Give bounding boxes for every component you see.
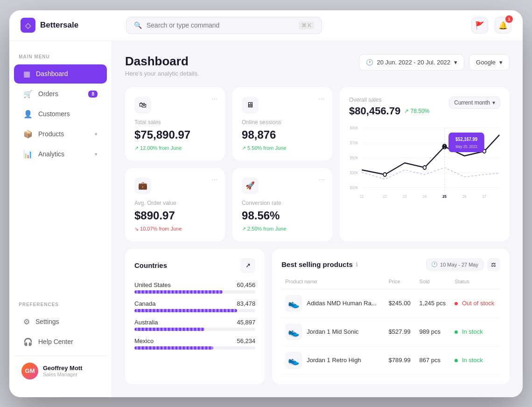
sidebar-item-settings[interactable]: ⚙ Settings: [14, 312, 107, 331]
country-name-row: United States 60,456: [134, 281, 255, 288]
main-layout: MAIN MENU ▦ Dashboard 🛒 Orders 8 👤 Custo…: [9, 41, 523, 397]
user-area[interactable]: GM Geoffrey Mott Sales Manager: [14, 356, 107, 386]
brand-name: Bettersale: [40, 21, 78, 30]
orders-icon: 🛒: [23, 90, 33, 98]
table-row: 👟 Jordan 1 Mid Sonic $527.99 989 pcs: [281, 317, 500, 346]
card-value: 98.56%: [242, 209, 323, 222]
calendar-icon: 🕐: [431, 261, 438, 267]
total-sales-icon: 🛍: [134, 97, 151, 113]
product-name-cell: 👟 Jordan 1 Retro High: [285, 352, 381, 369]
flag-button[interactable]: 🚩: [471, 17, 488, 34]
svg-text:$70K: $70K: [350, 140, 358, 145]
product-thumbnail: 👟: [285, 295, 302, 312]
svg-text:$90K: $90K: [350, 125, 358, 130]
dashboard-title-area: Dashboard Here's your analytic details.: [125, 54, 199, 77]
sidebar-item-label: Customers: [38, 110, 70, 118]
country-name: United States: [134, 281, 171, 288]
country-name-row: Canada 83,478: [134, 300, 255, 307]
country-bar-fill: [134, 328, 204, 331]
export-button[interactable]: ↗: [240, 258, 255, 273]
product-price: $789.99: [385, 346, 416, 374]
country-bar-bg: [134, 309, 255, 312]
online-sessions-icon: 🖥: [242, 97, 259, 113]
col-sold: Sold: [416, 279, 451, 289]
settings-icon: ⚙: [23, 317, 30, 326]
country-value: 83,478: [237, 300, 255, 307]
sidebar-item-products[interactable]: 📦 Products ▾: [14, 125, 107, 144]
logo-area: Bettersale: [21, 18, 119, 33]
svg-text:23: 23: [403, 194, 407, 199]
pref-label: PREFERENCES: [9, 302, 112, 307]
sidebar-item-label: Settings: [35, 318, 59, 325]
sidebar-item-label: Dashboard: [36, 70, 68, 77]
main-menu-label: MAIN MENU: [9, 54, 112, 59]
products-table: Product name Price Sold Status 👟: [281, 279, 500, 375]
header-controls: 🕐 20 Jun. 2022 - 20 Jul. 2022 ▾ Google ▾: [359, 54, 510, 70]
svg-text:May 25, 2022: May 25, 2022: [455, 144, 477, 149]
products-controls: 🕐 10 May - 27 May ⚖: [426, 258, 500, 271]
country-bar-fill: [134, 346, 213, 350]
small-cards-col-2: ··· 🖥 Online sessions 98,876 ↗ 5.50% fro…: [232, 87, 332, 241]
card-menu-icon[interactable]: ···: [319, 95, 325, 103]
svg-text:$52,167.99: $52,167.99: [455, 136, 477, 142]
content-area: Dashboard Here's your analytic details. …: [112, 41, 523, 397]
product-name: Jordan 1 Retro High: [307, 357, 361, 364]
search-bar[interactable]: 🔍 ⌘ K: [126, 17, 322, 34]
sidebar: MAIN MENU ▦ Dashboard 🛒 Orders 8 👤 Custo…: [9, 41, 112, 397]
sidebar-item-help[interactable]: 🎧 Help Center: [14, 332, 107, 351]
card-label: Total sales: [134, 119, 216, 126]
filter-button[interactable]: ⚖: [487, 258, 500, 271]
stats-grid: ··· 🛍 Total sales $75,890.97 ↗ 12.00% fr…: [125, 87, 510, 241]
product-sold: 1,245 pcs: [416, 289, 451, 317]
card-trend: ↗ 2.50% from June: [242, 226, 323, 232]
products-date-label: 10 May - 27 May: [440, 262, 478, 267]
svg-point-10: [383, 173, 386, 176]
product-name-cell: 👟 Adidas NMD Human Ra...: [285, 295, 381, 312]
search-shortcut: ⌘ K: [299, 21, 314, 29]
dashboard-icon: ▦: [23, 70, 30, 78]
sidebar-item-dashboard[interactable]: ▦ Dashboard: [14, 64, 107, 84]
sidebar-item-analytics[interactable]: 📊 Analytics ▾: [14, 145, 107, 164]
top-right-icons: 🚩 🔔 1: [471, 17, 511, 34]
search-input[interactable]: [147, 21, 294, 29]
country-name-row: Mexico 56,234: [134, 337, 255, 344]
country-name: Australia: [134, 319, 158, 326]
bottom-grid: Countries ↗ United States 60,456: [125, 249, 510, 384]
sidebar-item-label: Analytics: [38, 150, 64, 158]
card-menu-icon[interactable]: ···: [211, 95, 217, 103]
product-name: Adidas NMD Human Ra...: [307, 300, 377, 307]
user-info: Geoffrey Mott Sales Manager: [43, 365, 83, 377]
sales-chart: $90K $70K $50K $30K $10K: [349, 121, 500, 200]
notifications-button[interactable]: 🔔 1: [495, 17, 511, 34]
sidebar-item-customers[interactable]: 👤 Customers: [14, 105, 107, 124]
products-icon: 📦: [23, 130, 33, 139]
product-price: $245.00: [385, 289, 416, 317]
orders-badge: 8: [88, 91, 98, 98]
product-sold: 989 pcs: [416, 317, 451, 346]
chart-header: Overall sales $80,456.79 ↗ 78.50% Curren…: [349, 97, 500, 117]
svg-text:21: 21: [360, 194, 364, 199]
country-bar-bg: [134, 346, 255, 350]
source-selector[interactable]: Google ▾: [469, 54, 510, 70]
country-name: Mexico: [134, 337, 154, 344]
search-icon: 🔍: [134, 21, 142, 29]
card-label: Online sessions: [242, 119, 323, 126]
svg-text:$10K: $10K: [350, 185, 358, 190]
date-range-picker[interactable]: 🕐 20 Jun. 2022 - 20 Jul. 2022 ▾: [359, 54, 465, 70]
status-badge: Out of stock: [455, 300, 494, 307]
conversion-card: ··· 🚀 Conversion rate 98.56% ↗ 2.50% fro…: [232, 168, 332, 241]
date-range-label: 20 Jun. 2022 - 20 Jul. 2022: [377, 59, 451, 66]
card-menu-icon[interactable]: ···: [211, 175, 217, 184]
country-bar-fill: [134, 290, 223, 294]
status-badge: In stock: [455, 357, 483, 364]
sidebar-item-orders[interactable]: 🛒 Orders 8: [14, 84, 107, 104]
products-date-range[interactable]: 🕐 10 May - 27 May: [426, 259, 483, 270]
country-bar-bg: [134, 328, 255, 331]
page-title: Dashboard: [125, 54, 199, 69]
analytics-icon: 📊: [23, 150, 33, 159]
card-menu-icon[interactable]: ···: [319, 175, 325, 184]
chart-label: Overall sales: [349, 97, 429, 103]
chart-period-button[interactable]: Current month ▾: [449, 97, 500, 109]
card-trend: ↗ 12.00% from June: [134, 145, 216, 151]
svg-text:27: 27: [483, 194, 487, 199]
